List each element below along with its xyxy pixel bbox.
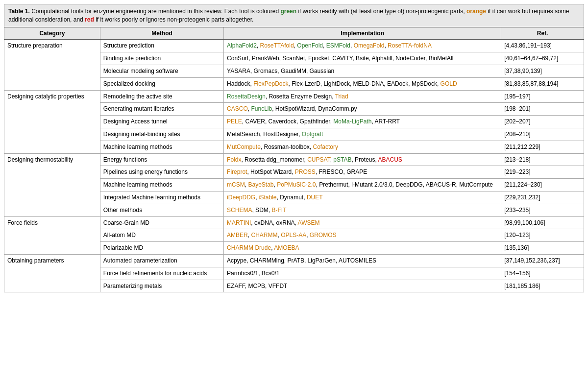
category-cell-4: Obtaining parameters (4, 254, 100, 292)
ref-cell: [98,99,100,106] (501, 216, 584, 229)
method-cell: Remodeling the active site (100, 90, 223, 103)
implementation-cell: Acpype, CHARMMing, PrATB, LigParGen, AUT… (224, 254, 501, 267)
main-table: Table 1. Computational tools for enzyme … (4, 4, 584, 292)
implementation-cell: PELE, CAVER, Caverdock, Gpathfinder, MoM… (224, 116, 501, 128)
method-cell: Pipelines using energy functions (100, 166, 223, 179)
method-cell: Parameterizing metals (100, 280, 223, 292)
method-cell: Machine learning methods (100, 141, 223, 153)
method-cell: Molecular modeling software (100, 65, 223, 77)
implementation-cell: MutCompute, Rossman-toolbox, Cofactory (224, 141, 501, 153)
ref-cell: [211,224–230] (501, 179, 584, 191)
implementation-cell: iDeepDDG, iStable, Dynamut, DUET (224, 191, 501, 204)
implementation-cell: EZAFF, MCPB, VFFDT (224, 280, 501, 292)
col-method: Method (100, 27, 223, 40)
ref-cell: [195–197] (501, 90, 584, 103)
ref-cell: [198–201] (501, 103, 584, 116)
implementation-cell: Parmbcs0/1, Bcs0/1 (224, 267, 501, 280)
method-cell: Structure prediction (100, 40, 223, 52)
ref-cell: [219–223] (501, 166, 584, 179)
ref-cell: [40,61–64,67–69,72] (501, 52, 584, 65)
ref-cell: [213–218] (501, 153, 584, 166)
implementation-cell: SCHEMA, SDM, B-FIT (224, 204, 501, 216)
ref-cell: [37,38,90,139] (501, 65, 584, 77)
method-cell: Automated parameterization (100, 254, 223, 267)
ref-cell: [181,185,186] (501, 280, 584, 292)
method-cell: Integrated Machine learning methods (100, 191, 223, 204)
table-caption: Table 1. Computational tools for enzyme … (4, 4, 584, 27)
method-cell: Designing metal-binding sites (100, 128, 223, 141)
category-cell-1: Designing catalytic properties (4, 90, 100, 153)
implementation-cell: YASARA, Gromacs, GaudiMM, Gaussian (224, 65, 501, 77)
ref-cell: [37,149,152,236,237] (501, 254, 584, 267)
col-category: Category (4, 27, 100, 40)
implementation-cell: MetalSearch, HostDesigner, Optgraft (224, 128, 501, 141)
ref-cell: [135,136] (501, 242, 584, 255)
col-implementation: Implementation (224, 27, 501, 40)
method-cell: Force field refinements for nucleic acid… (100, 267, 223, 280)
category-cell-3: Force fields (4, 216, 100, 254)
implementation-cell: ConSurf, PrankWeb, ScanNet, Fpocket, CAV… (224, 52, 501, 65)
method-cell: Other methods (100, 204, 223, 216)
ref-cell: [202–207] (501, 116, 584, 128)
implementation-cell: CHARMM Drude, AMOEBA (224, 242, 501, 255)
category-cell-0: Structure preparation (4, 40, 100, 90)
method-cell: Generating mutant libraries (100, 103, 223, 116)
method-cell: Coarse-Grain MD (100, 216, 223, 229)
implementation-cell: Foldx, Rosetta ddg_monomer, CUPSAT, pSTA… (224, 153, 501, 166)
ref-cell: [229,231,232] (501, 191, 584, 204)
method-cell: Designing Access tunnel (100, 116, 223, 128)
implementation-cell: mCSM, BayeStab, PoPMuSiC-2.0, Prethermut… (224, 179, 501, 191)
ref-cell: [154–156] (501, 267, 584, 280)
ref-cell: [233–235] (501, 204, 584, 216)
method-cell: Specialized docking (100, 77, 223, 90)
ref-cell: [211,212,229] (501, 141, 584, 153)
implementation-cell: Fireprot, HotSpot Wizard, PROSS, FRESCO,… (224, 166, 501, 179)
method-cell: All-atom MD (100, 229, 223, 242)
implementation-cell: MARTINI, oxDNA, oxRNA, AWSEM (224, 216, 501, 229)
implementation-cell: RosettaDesign, Rosetta Enzyme Design, Tr… (224, 90, 501, 103)
method-cell: Binding site prediction (100, 52, 223, 65)
method-cell: Machine learning methods (100, 179, 223, 191)
category-cell-2: Designing thermostability (4, 153, 100, 216)
ref-cell: [208–210] (501, 128, 584, 141)
implementation-cell: AMBER, CHARMM, OPLS-AA, GROMOS (224, 229, 501, 242)
ref-cell: [120–123] (501, 229, 584, 242)
implementation-cell: AlphaFold2, RoseTTAfold, OpenFold, ESMFo… (224, 40, 501, 52)
ref-cell: [4,43,86,191–193] (501, 40, 584, 52)
ref-cell: [81,83,85,87,88,194] (501, 77, 584, 90)
method-cell: Polarizable MD (100, 242, 223, 255)
implementation-cell: Haddock, FlexPepDock, Flex-LzerD, LightD… (224, 77, 501, 90)
col-ref: Ref. (501, 27, 584, 40)
implementation-cell: CASCO, FuncLib, HotSpotWizard, DynaComm.… (224, 103, 501, 116)
method-cell: Energy functions (100, 153, 223, 166)
